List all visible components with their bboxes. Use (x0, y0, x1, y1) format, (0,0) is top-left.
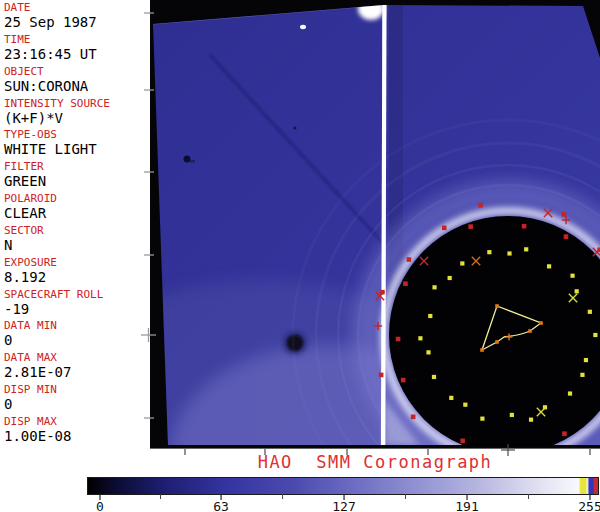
field-label: SPACECRAFT ROLL (4, 289, 150, 301)
field-value: 23:16:45 UT (4, 46, 150, 63)
outer-red-ring-dot (379, 373, 384, 378)
polygon-vertex-marker (539, 321, 543, 325)
field-value: 0 (4, 332, 150, 349)
field-label: INTENSITY SOURCE (4, 98, 150, 110)
dark-speck-tail (190, 160, 195, 163)
inner-yellow-ring-dot (584, 358, 588, 362)
polygon-vertex-marker (495, 340, 499, 344)
outer-red-ring-dot (460, 439, 465, 444)
field-value: N (4, 237, 150, 254)
colorbar-axis: 063127191255 (87, 494, 599, 512)
field-disp-max: DISP MAX1.00E-08 (0, 416, 150, 448)
outer-red-ring-dot (411, 415, 416, 420)
outer-red-ring-dot (407, 257, 412, 262)
field-data-max: DATA MAX2.81E-07 (0, 352, 150, 384)
inner-yellow-ring-dot (588, 310, 592, 314)
field-label: TYPE-OBS (4, 129, 150, 141)
field-value: 25 Sep 1987 (4, 14, 150, 31)
colorbar-tick-label: 127 (332, 499, 355, 512)
colorbar-gradient (87, 477, 599, 495)
field-value: 2.81E-07 (4, 364, 150, 381)
polygon-vertex-marker (528, 329, 532, 333)
inner-yellow-ring-dot (448, 276, 452, 280)
outer-red-ring-dot (478, 203, 483, 208)
field-label: SECTOR (4, 225, 150, 237)
field-filter: FILTERGREEN (0, 161, 150, 193)
pylon-streak (383, 0, 385, 446)
field-value: SUN:CORONA (4, 78, 150, 95)
field-label: DISP MAX (4, 416, 150, 428)
field-label: DATA MIN (4, 320, 150, 332)
polygon-vertex-marker (480, 348, 484, 352)
field-label: DATE (4, 2, 150, 14)
inner-yellow-ring-dot (460, 261, 464, 265)
field-intensity-source: INTENSITY SOURCE(K+F)*V (0, 98, 150, 130)
field-polaroid: POLAROIDCLEAR (0, 193, 150, 225)
dust-blob (287, 335, 303, 351)
inner-yellow-ring-dot (575, 289, 579, 293)
dark-speck (184, 156, 191, 163)
outer-red-ring-dot (442, 226, 447, 231)
field-label: TIME (4, 34, 150, 46)
colorbar-tick-label: 63 (213, 499, 229, 512)
colorbar-tick-label: 0 (96, 499, 104, 512)
field-value: CLEAR (4, 205, 150, 222)
field-value: -19 (4, 301, 150, 318)
colorbar-tick-label: 255 (578, 499, 600, 512)
field-value: 8.192 (4, 269, 150, 286)
inner-yellow-ring-dot (426, 350, 430, 354)
inner-yellow-ring-dot (480, 417, 484, 421)
field-label: FILTER (4, 161, 150, 173)
inner-yellow-ring-dot (524, 247, 528, 251)
field-spacecraft-roll: SPACECRAFT ROLL-19 (0, 289, 150, 321)
outer-red-ring-dot (522, 224, 527, 229)
field-value: GREEN (4, 173, 150, 190)
inner-yellow-ring-dot (580, 373, 584, 377)
inner-yellow-ring-dot (432, 285, 436, 289)
dark-speck-small (294, 127, 297, 130)
outer-red-ring-dot (562, 431, 567, 436)
inner-yellow-ring-dot (547, 264, 551, 268)
inner-yellow-ring-dot (529, 418, 533, 422)
inner-yellow-ring-dot (510, 413, 514, 417)
inner-yellow-ring-dot (507, 251, 511, 255)
outer-red-ring-dot (564, 234, 569, 239)
inner-yellow-ring-dot (463, 403, 467, 407)
inner-yellow-ring-dot (487, 250, 491, 254)
smm-viewer-window: DATE25 Sep 1987TIME23:16:45 UTOBJECTSUN:… (0, 0, 600, 512)
inner-yellow-ring-dot (593, 333, 597, 337)
outer-red-ring-dot (401, 378, 406, 383)
field-type-obs: TYPE-OBSWHITE LIGHT (0, 129, 150, 161)
field-label: EXPOSURE (4, 257, 150, 269)
outer-red-ring-dot (396, 337, 401, 342)
outer-red-ring-dot (468, 224, 473, 229)
inner-yellow-ring-dot (570, 274, 574, 278)
image-caption: HAO SMM Coronagraph (150, 452, 600, 472)
outer-red-ring-dot (403, 281, 408, 286)
inner-yellow-ring-dot (568, 391, 572, 395)
field-value: (K+F)*V (4, 110, 150, 127)
field-date: DATE25 Sep 1987 (0, 2, 150, 34)
field-value: 1.00E-08 (4, 428, 150, 445)
field-exposure: EXPOSURE8.192 (0, 257, 150, 289)
field-label: POLAROID (4, 193, 150, 205)
coronagraph-image[interactable] (140, 0, 600, 458)
field-label: DISP MIN (4, 384, 150, 396)
inner-yellow-ring-dot (449, 396, 453, 400)
field-label: DATA MAX (4, 352, 150, 364)
field-time: TIME23:16:45 UT (0, 34, 150, 66)
field-sector: SECTORN (0, 225, 150, 257)
field-value: WHITE LIGHT (4, 141, 150, 158)
white-speck (300, 25, 306, 29)
field-disp-min: DISP MIN0 (0, 384, 150, 416)
field-value: 0 (4, 396, 150, 413)
inner-yellow-ring-dot (432, 375, 436, 379)
polygon-vertex-marker (495, 304, 499, 308)
colorbar-tick-label: 191 (455, 499, 478, 512)
field-label: OBJECT (4, 66, 150, 78)
field-data-min: DATA MIN0 (0, 320, 150, 352)
inner-yellow-ring-dot (418, 336, 422, 340)
field-object: OBJECTSUN:CORONA (0, 66, 150, 98)
inner-yellow-ring-dot (428, 314, 432, 318)
metadata-panel: DATE25 Sep 1987TIME23:16:45 UTOBJECTSUN:… (0, 2, 150, 448)
